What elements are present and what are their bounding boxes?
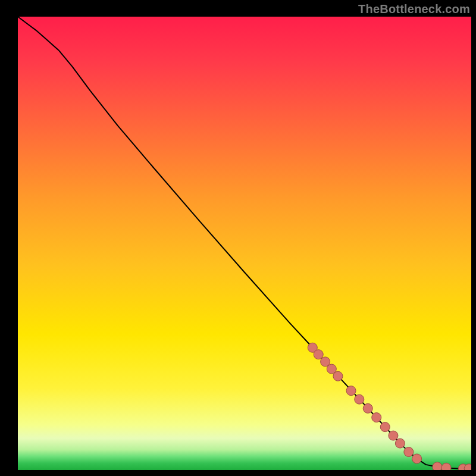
- data-marker: [395, 439, 405, 448]
- data-marker: [433, 462, 442, 470]
- data-marker: [346, 386, 356, 396]
- data-marker: [380, 422, 390, 432]
- data-marker: [372, 413, 381, 422]
- data-marker: [355, 394, 364, 404]
- chart-stage: TheBottleneck.com: [0, 0, 476, 476]
- plot-area: [18, 17, 471, 470]
- data-marker: [314, 350, 323, 359]
- data-marker: [333, 371, 343, 381]
- attribution-label: TheBottleneck.com: [358, 2, 470, 16]
- chart-svg: [18, 17, 471, 470]
- data-marker: [412, 454, 422, 464]
- data-marker: [363, 403, 372, 413]
- data-marker: [441, 463, 451, 470]
- data-marker: [389, 431, 398, 440]
- data-marker: [404, 447, 414, 457]
